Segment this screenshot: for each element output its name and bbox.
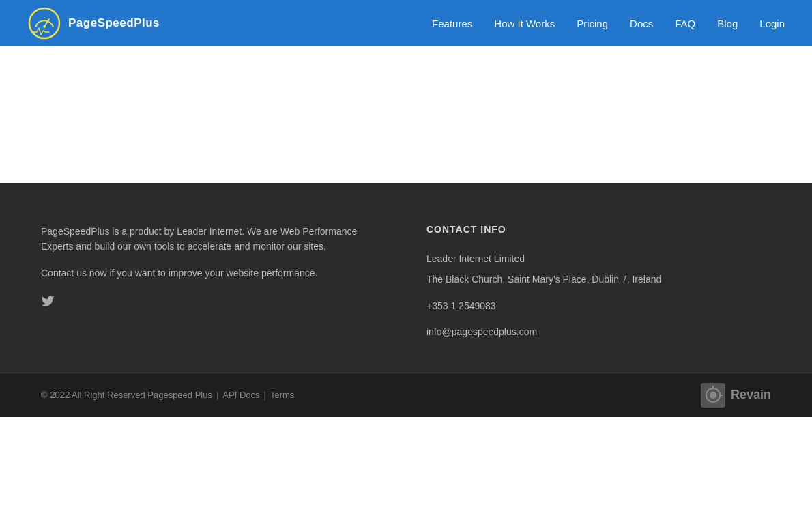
nav-login[interactable]: Login: [759, 18, 785, 29]
separator-1: |: [216, 390, 218, 400]
company-email: info@pagespeedplus.com: [426, 324, 771, 339]
logo-brand-name: PageSpeedPlus: [68, 16, 160, 30]
footer-bottom-bar: © 2022 All Right Reserved Pagespeed Plus…: [0, 373, 812, 417]
api-docs-link[interactable]: API Docs: [222, 390, 259, 400]
nav-pricing[interactable]: Pricing: [577, 18, 608, 29]
revain-icon: [701, 383, 725, 408]
twitter-link[interactable]: [41, 294, 55, 308]
about-text-1: PageSpeedPlus is a product by Leader Int…: [41, 224, 386, 255]
company-address: The Black Church, Saint Mary's Place, Du…: [426, 272, 771, 287]
footer-bottom-left: © 2022 All Right Reserved Pagespeed Plus…: [41, 390, 294, 400]
separator-2: |: [264, 390, 266, 400]
copyright-text: © 2022 All Right Reserved Pagespeed Plus: [41, 390, 212, 400]
revain-label: Revain: [731, 388, 771, 402]
nav-docs[interactable]: Docs: [630, 18, 653, 29]
footer-top: PageSpeedPlus is a product by Leader Int…: [0, 183, 812, 373]
footer-right-col: CONTACT INFO Leader Internet Limited The…: [426, 224, 771, 345]
main-nav: Features How It Works Pricing Docs FAQ B…: [432, 18, 785, 29]
revain-badge[interactable]: Revain: [701, 383, 771, 408]
company-phone: +353 1 2549083: [426, 298, 771, 313]
nav-faq[interactable]: FAQ: [675, 18, 695, 29]
site-footer: PageSpeedPlus is a product by Leader Int…: [0, 183, 812, 417]
about-text-2: Contact us now if you want to improve yo…: [41, 266, 386, 281]
footer-left-col: PageSpeedPlus is a product by Leader Int…: [41, 224, 386, 345]
company-name: Leader Internet Limited: [426, 251, 771, 266]
logo-text-block: PageSpeedPlus: [68, 16, 160, 30]
terms-link[interactable]: Terms: [270, 390, 294, 400]
contact-info-title: CONTACT INFO: [426, 224, 771, 235]
nav-blog[interactable]: Blog: [717, 18, 738, 29]
nav-how-it-works[interactable]: How It Works: [494, 18, 555, 29]
logo-area[interactable]: PageSpeedPlus: [27, 6, 160, 40]
svg-point-5: [43, 25, 46, 28]
nav-features[interactable]: Features: [432, 18, 472, 29]
logo-icon: [27, 6, 61, 40]
svg-point-0: [29, 8, 59, 38]
svg-point-8: [710, 392, 716, 399]
main-content: [0, 46, 812, 183]
site-header: PageSpeedPlus Features How It Works Pric…: [0, 0, 812, 46]
